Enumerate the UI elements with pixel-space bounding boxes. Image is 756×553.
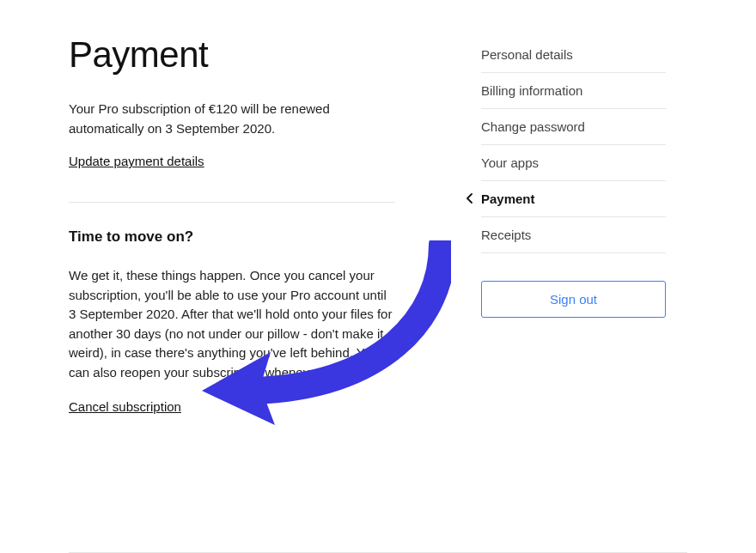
cancel-subscription-link[interactable]: Cancel subscription [69, 399, 181, 414]
sidebar-item-payment[interactable]: Payment [481, 181, 666, 217]
main-content: Payment Your Pro subscription of €120 wi… [69, 34, 395, 415]
sidebar-item-label: Personal details [481, 47, 573, 62]
renewal-description: Your Pro subscription of €120 will be re… [69, 100, 395, 138]
sidebar-item-label: Your apps [481, 155, 539, 170]
sidebar-item-label: Change password [481, 119, 585, 134]
update-payment-link[interactable]: Update payment details [69, 154, 204, 168]
sidebar-item-receipts[interactable]: Receipts [481, 217, 666, 253]
section-divider [69, 202, 395, 203]
sidebar-item-personal-details[interactable]: Personal details [481, 47, 666, 73]
sidebar-item-label: Billing information [481, 83, 582, 98]
settings-sidebar: Personal details Billing information Cha… [481, 34, 666, 415]
cancel-heading: Time to move on? [69, 228, 395, 246]
sidebar-item-label: Payment [481, 191, 535, 206]
sidebar-item-label: Receipts [481, 228, 531, 242]
sidebar-item-change-password[interactable]: Change password [481, 109, 666, 145]
cancel-body: We get it, these things happen. Once you… [69, 266, 395, 382]
sidebar-item-your-apps[interactable]: Your apps [481, 145, 666, 181]
sidebar-item-billing-information[interactable]: Billing information [481, 73, 666, 109]
page-title: Payment [69, 34, 395, 76]
chevron-left-icon [466, 192, 473, 206]
sign-out-button[interactable]: Sign out [481, 281, 666, 318]
